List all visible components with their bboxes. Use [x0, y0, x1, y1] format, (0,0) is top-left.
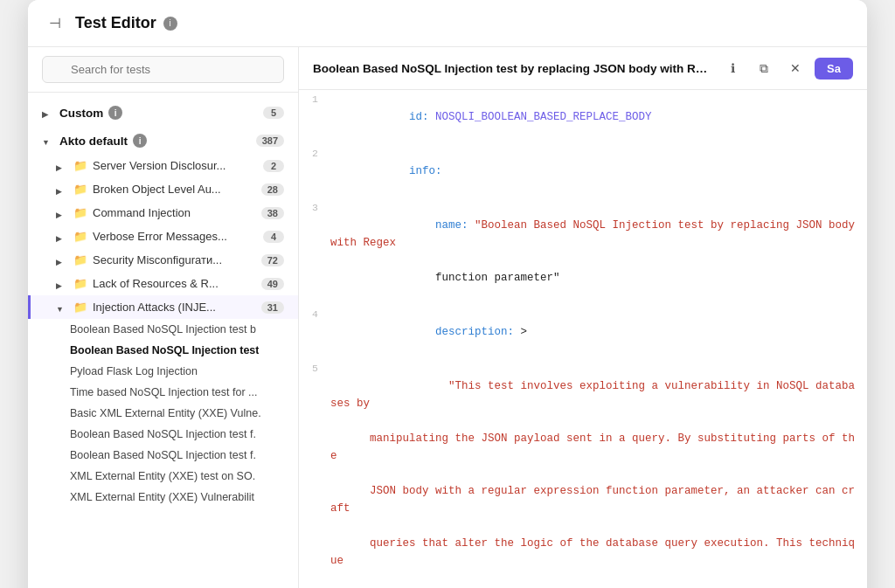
category-security-misconfig[interactable]: 📁 Security Misconfigurати... 72	[28, 248, 298, 272]
cat-count: 72	[261, 254, 284, 266]
category-command-injection[interactable]: 📁 Command Injection 38	[28, 201, 298, 225]
custom-chevron	[42, 107, 54, 119]
code-editor[interactable]: 1 id: NOSQLI_BOOLEAN_BASED_REPLACE_BODY …	[299, 90, 867, 588]
page-title: Test Editor	[75, 14, 156, 32]
category-lack-resources[interactable]: 📁 Lack of Resources & R... 49	[28, 272, 298, 295]
list-item[interactable]: Boolean Based NoSQL Injection test f.	[28, 445, 298, 466]
custom-section: Custom i 5	[28, 100, 298, 126]
list-item[interactable]: Boolean Based NoSQL Injection test f.	[28, 424, 298, 445]
sub-item-list: Boolean Based NoSQL Injection test b Boo…	[28, 319, 298, 508]
custom-info-icon[interactable]: i	[108, 106, 122, 120]
search-bar: 🔍	[28, 47, 298, 93]
code-token: description:	[435, 326, 521, 338]
sub-item-label: Boolean Based NoSQL Injection test f.	[70, 428, 256, 440]
cat-chevron	[56, 254, 68, 266]
folder-icon: 📁	[73, 206, 87, 219]
list-item[interactable]: XML External Entity (XXE) test on SO.	[28, 466, 298, 487]
custom-header[interactable]: Custom i 5	[28, 100, 298, 126]
sub-item-label: Boolean Based NoSQL Injection test	[70, 344, 259, 356]
cat-count: 38	[261, 207, 284, 219]
cat-label: Injection Attacks (INJE...	[93, 301, 261, 314]
code-line: 1 id: NOSQLI_BOOLEAN_BASED_REPLACE_BODY	[299, 90, 867, 144]
code-line: 2 info:	[299, 144, 867, 198]
cat-chevron	[56, 231, 68, 243]
save-button[interactable]: Sa	[815, 58, 853, 80]
code-line: 3 name: "Boolean Based NoSQL Injection t…	[299, 198, 867, 305]
copy-button[interactable]: ⧉	[752, 56, 776, 80]
code-token: "This test involves exploiting a vulnera…	[330, 380, 855, 588]
akto-chevron	[42, 135, 54, 147]
sub-item-label: XML External Entity (XXE) Vulnerabilit	[70, 491, 254, 503]
cat-label: Server Version Disclosur...	[93, 159, 263, 172]
sub-item-label: Basic XML External Entity (XXE) Vulne.	[70, 407, 261, 419]
line-number: 3	[299, 198, 330, 217]
line-content: info:	[330, 144, 867, 198]
cat-label: Broken Object Level Au...	[93, 183, 261, 196]
akto-default-section: Akto default i 387 📁 Server Version Disc…	[28, 128, 298, 508]
close-button[interactable]: ✕	[783, 56, 808, 80]
list-item[interactable]: Boolean Based NoSQL Injection test	[28, 340, 298, 361]
list-item[interactable]: XML External Entity (XXE) Vulnerabilit	[28, 487, 298, 508]
list-item[interactable]: Basic XML External Entity (XXE) Vulne.	[28, 403, 298, 424]
folder-icon: 📁	[73, 301, 87, 314]
cat-label: Command Injection	[93, 206, 261, 219]
cat-label: Security Misconfigurати...	[93, 253, 261, 266]
folder-icon: 📁	[73, 183, 87, 196]
cat-chevron	[56, 207, 68, 219]
search-input[interactable]	[42, 56, 284, 83]
app-window: ⊣ Test Editor i 🔍 Custom i 5	[28, 0, 867, 588]
sidebar: 🔍 Custom i 5	[28, 47, 299, 588]
editor-header: Boolean Based NoSQL Injection test by re…	[299, 47, 867, 90]
category-server-version[interactable]: 📁 Server Version Disclosur... 2	[28, 154, 298, 177]
back-icon[interactable]: ⊣	[49, 15, 66, 32]
folder-icon: 📁	[73, 253, 87, 266]
code-token	[409, 219, 435, 232]
folder-icon: 📁	[73, 159, 87, 172]
akto-label: Akto default	[59, 135, 128, 148]
category-injection-attacks[interactable]: 📁 Injection Attacks (INJE... 31	[28, 295, 298, 319]
editor-actions: ℹ ⧉ ✕ Sa	[720, 56, 853, 80]
editor-title: Boolean Based NoSQL Injection test by re…	[313, 62, 713, 75]
cat-count: 49	[261, 278, 284, 290]
code-token: NOSQLI_BOOLEAN_BASED_REPLACE_BODY	[435, 111, 652, 123]
category-verbose-error[interactable]: 📁 Verbose Error Messages... 4	[28, 225, 298, 248]
cat-chevron	[56, 160, 68, 172]
code-token	[409, 326, 435, 338]
category-list: 📁 Server Version Disclosur... 2 📁 Broken…	[28, 154, 298, 508]
code-token: info:	[409, 165, 442, 177]
custom-count: 5	[263, 107, 284, 119]
cat-chevron	[56, 278, 68, 290]
sub-item-label: Time based NoSQL Injection test for ...	[70, 386, 257, 398]
sidebar-tree: Custom i 5 Akto default i 387	[28, 93, 298, 588]
sub-item-label: Boolean Based NoSQL Injection test b	[70, 323, 256, 336]
editor-panel: Boolean Based NoSQL Injection test by re…	[299, 47, 867, 588]
sub-item-label: XML External Entity (XXE) test on SO.	[70, 470, 255, 482]
code-token: id:	[409, 111, 435, 123]
header-info-icon[interactable]: i	[163, 17, 177, 31]
line-content: id: NOSQLI_BOOLEAN_BASED_REPLACE_BODY	[330, 90, 867, 144]
cat-count: 2	[263, 160, 284, 172]
code-token: >	[521, 326, 528, 338]
list-item[interactable]: Pyload Flask Log Injection	[28, 361, 298, 382]
line-content: description: >	[330, 305, 867, 359]
main-content: 🔍 Custom i 5	[28, 47, 867, 588]
cat-label: Verbose Error Messages...	[93, 230, 263, 243]
line-number: 4	[299, 305, 330, 323]
custom-label: Custom	[59, 107, 103, 120]
code-token: name:	[435, 219, 475, 232]
list-item[interactable]: Boolean Based NoSQL Injection test b	[28, 319, 298, 340]
info-button[interactable]: ℹ	[720, 56, 745, 80]
folder-icon: 📁	[73, 230, 87, 243]
code-token: function parameter"	[409, 272, 560, 284]
akto-info-icon[interactable]: i	[133, 134, 147, 148]
app-header: ⊣ Test Editor i	[28, 0, 867, 47]
cat-count: 28	[261, 183, 284, 196]
akto-default-header[interactable]: Akto default i 387	[28, 128, 298, 154]
sub-item-label: Pyload Flask Log Injection	[70, 365, 198, 377]
cat-count: 31	[261, 301, 284, 314]
cat-label: Lack of Resources & R...	[93, 277, 261, 290]
line-number: 2	[299, 144, 330, 163]
list-item[interactable]: Time based NoSQL Injection test for ...	[28, 382, 298, 403]
cat-count: 4	[263, 231, 284, 243]
category-broken-object[interactable]: 📁 Broken Object Level Au... 28	[28, 177, 298, 201]
